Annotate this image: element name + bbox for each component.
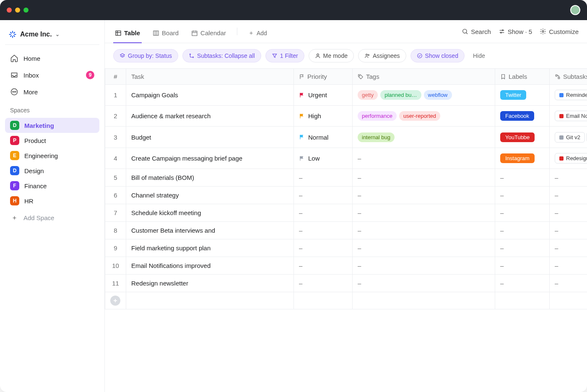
- col-header-priority[interactable]: Priority: [294, 69, 353, 85]
- table-row[interactable]: 3BudgetNormalinternal bugYouTubbeGit v2+: [105, 127, 587, 148]
- cell-priority[interactable]: –: [294, 239, 353, 257]
- table-row[interactable]: 7Schedule kickoff meeting––––: [105, 204, 587, 222]
- label-chip[interactable]: Instagram: [500, 153, 535, 163]
- nav-inbox[interactable]: Inbox 9: [5, 67, 99, 83]
- label-chip[interactable]: Facebook: [500, 111, 534, 121]
- cell-task[interactable]: Schedule kickoff meeting: [126, 204, 294, 222]
- cell-subtasks[interactable]: –: [550, 187, 587, 204]
- space-item-design[interactable]: DDesign: [5, 163, 99, 178]
- cell-priority[interactable]: –: [294, 169, 353, 187]
- cell-subtasks[interactable]: –: [550, 169, 587, 187]
- cell-tags[interactable]: –: [353, 275, 495, 292]
- maximize-window-button[interactable]: [23, 8, 29, 13]
- cell-task[interactable]: Field marketing support plan: [126, 239, 294, 257]
- cell-priority[interactable]: Low: [294, 148, 353, 169]
- col-header-labels[interactable]: Labels: [495, 69, 550, 85]
- cell-task[interactable]: Create Campaign messaging brief page: [126, 148, 294, 169]
- table-row[interactable]: 9Field marketing support plan––––: [105, 239, 587, 257]
- cell-labels[interactable]: –: [495, 204, 550, 222]
- cell-tags[interactable]: –: [353, 222, 495, 239]
- tag-chip[interactable]: internal bug: [358, 132, 395, 142]
- label-chip[interactable]: YouTubbe: [500, 132, 535, 142]
- table-row[interactable]: 10Email Notifications improved––––: [105, 257, 587, 275]
- label-chip[interactable]: Twitter: [500, 90, 526, 100]
- cell-subtasks[interactable]: Email Notificat: [550, 106, 587, 127]
- filter-count[interactable]: 1 Filter: [265, 49, 304, 62]
- tag-chip[interactable]: webflow: [424, 90, 452, 100]
- cell-task[interactable]: Channel strategy: [126, 187, 294, 204]
- table-row[interactable]: 8Customer Beta interviews and––––: [105, 222, 587, 239]
- cell-task[interactable]: Audience & market research: [126, 106, 294, 127]
- cell-labels[interactable]: YouTubbe: [495, 127, 550, 148]
- tag-chip[interactable]: performance: [358, 111, 397, 121]
- cell-priority[interactable]: –: [294, 187, 353, 204]
- cell-labels[interactable]: –: [495, 275, 550, 292]
- cell-subtasks[interactable]: –: [550, 204, 587, 222]
- cell-priority[interactable]: –: [294, 204, 353, 222]
- cell-task[interactable]: Budget: [126, 127, 294, 148]
- cell-labels[interactable]: Twitter: [495, 85, 550, 106]
- show-columns-button[interactable]: Show · 5: [499, 28, 532, 35]
- filter-assignees[interactable]: Assignees: [358, 49, 406, 62]
- table-row[interactable]: 11Redesign newsletter––––: [105, 275, 587, 292]
- table-row[interactable]: 4Create Campaign messaging brief pageLow…: [105, 148, 587, 169]
- table-row[interactable]: 1Campaign GoalsUrgentgettyplanned bu…web…: [105, 85, 587, 106]
- user-avatar[interactable]: [570, 5, 580, 15]
- cell-subtasks[interactable]: –: [550, 275, 587, 292]
- col-header-num[interactable]: #: [105, 69, 126, 85]
- add-row[interactable]: [105, 292, 587, 309]
- space-item-product[interactable]: PProduct: [5, 133, 99, 148]
- cell-task[interactable]: Bill of materials (BOM): [126, 169, 294, 187]
- cell-tags[interactable]: –: [353, 169, 495, 187]
- subtask-chip[interactable]: Redesign Chro: [555, 153, 587, 164]
- tag-chip[interactable]: user-reported: [399, 111, 440, 121]
- cell-subtasks[interactable]: –: [550, 239, 587, 257]
- filter-hide[interactable]: Hide: [469, 49, 489, 62]
- cell-priority[interactable]: Normal: [294, 127, 353, 148]
- cell-tags[interactable]: –: [353, 204, 495, 222]
- cell-subtasks[interactable]: –: [550, 257, 587, 275]
- cell-priority[interactable]: –: [294, 275, 353, 292]
- nav-more[interactable]: More: [5, 84, 99, 99]
- space-item-marketing[interactable]: DMarketing: [5, 118, 99, 133]
- cell-subtasks[interactable]: Redesign Chro: [550, 148, 587, 169]
- cell-labels[interactable]: –: [495, 222, 550, 239]
- filter-showclosed[interactable]: Show closed: [410, 49, 465, 62]
- tab-add-view[interactable]: ＋ Add: [247, 26, 269, 43]
- cell-task[interactable]: Redesign newsletter: [126, 275, 294, 292]
- space-item-hr[interactable]: HHR: [5, 193, 99, 208]
- subtask-chip[interactable]: Reminders for: [555, 90, 587, 100]
- space-item-engineering[interactable]: EEngineering: [5, 148, 99, 163]
- cell-labels[interactable]: –: [495, 257, 550, 275]
- cell-labels[interactable]: –: [495, 187, 550, 204]
- filter-groupby[interactable]: Group by: Status: [113, 49, 178, 62]
- subtask-chip[interactable]: Git v2: [555, 132, 585, 143]
- table-row[interactable]: 5Bill of materials (BOM)––––: [105, 169, 587, 187]
- nav-home[interactable]: Home: [5, 51, 99, 66]
- cell-tags[interactable]: –: [353, 187, 495, 204]
- cell-subtasks[interactable]: Git v2+: [550, 127, 587, 148]
- cell-labels[interactable]: Instagram: [495, 148, 550, 169]
- space-item-finance[interactable]: FFinance: [5, 178, 99, 193]
- cell-tags[interactable]: internal bug: [353, 127, 495, 148]
- search-button[interactable]: Search: [462, 28, 491, 35]
- minimize-window-button[interactable]: [15, 8, 20, 13]
- cell-task[interactable]: Customer Beta interviews and: [126, 222, 294, 239]
- filter-memode[interactable]: Me mode: [309, 49, 354, 62]
- tab-table[interactable]: Table: [113, 26, 142, 43]
- cell-priority[interactable]: –: [294, 222, 353, 239]
- cell-labels[interactable]: Facebook: [495, 106, 550, 127]
- tag-chip[interactable]: getty: [358, 90, 378, 100]
- filter-subtasks[interactable]: Subtasks: Collapse all: [182, 49, 261, 62]
- cell-task[interactable]: Email Notifications improved: [126, 257, 294, 275]
- cell-subtasks[interactable]: Reminders for: [550, 85, 587, 106]
- col-header-tags[interactable]: Tags: [353, 69, 495, 85]
- cell-priority[interactable]: –: [294, 257, 353, 275]
- col-header-task[interactable]: Task: [126, 69, 294, 85]
- cell-labels[interactable]: –: [495, 169, 550, 187]
- customize-button[interactable]: Customize: [540, 28, 579, 35]
- add-space-button[interactable]: ＋ Add Space: [5, 210, 99, 225]
- close-window-button[interactable]: [7, 8, 12, 13]
- workspace-switcher[interactable]: Acme Inc. ⌄: [5, 28, 99, 45]
- cell-tags[interactable]: –: [353, 239, 495, 257]
